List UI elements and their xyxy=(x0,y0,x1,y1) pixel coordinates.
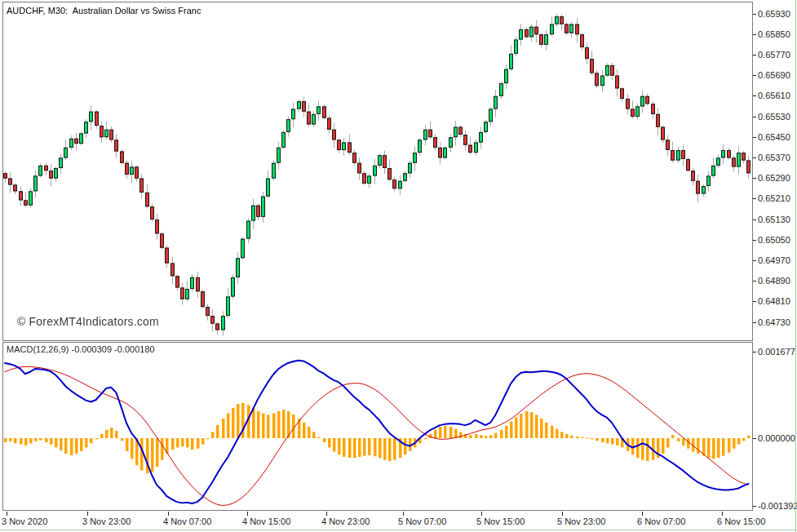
price-label: 0.64890 xyxy=(758,276,790,286)
time-axis[interactable]: 3 Nov 20203 Nov 23:004 Nov 07:004 Nov 15… xyxy=(0,511,797,529)
time-tick xyxy=(403,512,404,516)
price-tick xyxy=(753,260,756,261)
symbol-title: AUDCHF, M30: Australian Dollar vs Swiss … xyxy=(7,6,201,16)
price-label: 0.64970 xyxy=(758,255,790,265)
time-tick xyxy=(87,512,88,516)
macd-scale-tick xyxy=(753,506,756,507)
time-label: 4 Nov 15:00 xyxy=(242,516,290,526)
price-label: 0.65050 xyxy=(758,235,790,245)
price-tick xyxy=(753,240,756,241)
price-chart-canvas[interactable] xyxy=(3,2,752,340)
price-label: 0.65450 xyxy=(758,132,790,142)
watermark-text: © ForexMT4Indicators.com xyxy=(17,315,159,328)
macd-indicator-label: MACD(12,26,9) -0.000309 -0.000180 xyxy=(7,344,155,354)
time-tick xyxy=(326,512,327,516)
macd-scale-label: -0.001392 xyxy=(758,501,797,511)
macd-scale-tick xyxy=(753,438,756,439)
price-tick xyxy=(753,34,756,35)
chart-window: AUDCHF, M30: Australian Dollar vs Swiss … xyxy=(0,0,797,532)
price-label: 0.64730 xyxy=(758,317,790,327)
price-label: 0.65130 xyxy=(758,215,790,224)
macd-scale[interactable]: 0.0016770.000000-0.001392 xyxy=(753,342,797,511)
time-tick xyxy=(642,512,643,516)
macd-scale-tick xyxy=(753,352,756,352)
price-tick xyxy=(753,198,756,199)
macd-scale-label: 0.000000 xyxy=(758,433,795,443)
price-label: 0.65690 xyxy=(758,70,790,80)
time-tick xyxy=(168,512,169,516)
price-tick xyxy=(753,14,756,15)
time-tick xyxy=(562,512,563,516)
price-tick xyxy=(753,219,756,220)
price-tick xyxy=(753,322,756,323)
price-tick xyxy=(753,301,756,302)
price-tick xyxy=(753,55,756,55)
time-label: 4 Nov 07:00 xyxy=(163,516,211,526)
price-scale[interactable]: 0.659300.658500.657700.656900.656100.655… xyxy=(753,0,797,341)
price-label: 0.65530 xyxy=(758,112,790,122)
price-tick xyxy=(753,95,756,96)
price-label: 0.65930 xyxy=(758,9,790,19)
window-edge-bottom xyxy=(0,530,797,530)
time-tick xyxy=(7,512,7,516)
price-tick xyxy=(753,117,756,117)
time-label: 4 Nov 23:00 xyxy=(321,516,370,526)
window-edge-right xyxy=(795,0,796,532)
price-label: 0.65370 xyxy=(758,153,790,162)
price-label: 0.64810 xyxy=(758,296,790,306)
time-tick xyxy=(247,512,248,516)
price-label: 0.65770 xyxy=(758,50,790,60)
time-tick xyxy=(722,512,723,516)
time-label: 6 Nov 07:00 xyxy=(637,516,685,526)
price-tick xyxy=(753,75,756,76)
time-label: 3 Nov 23:00 xyxy=(82,516,131,526)
price-tick xyxy=(753,178,756,179)
price-label: 0.65210 xyxy=(758,193,790,203)
time-tick xyxy=(481,512,482,516)
price-tick xyxy=(753,137,756,138)
time-label: 5 Nov 07:00 xyxy=(398,516,446,526)
price-tick xyxy=(753,157,756,158)
time-label: 5 Nov 15:00 xyxy=(476,516,525,526)
time-label: 6 Nov 15:00 xyxy=(717,516,765,526)
price-label: 0.65610 xyxy=(758,91,790,100)
time-label: 5 Nov 23:00 xyxy=(557,516,605,526)
macd-scale-label: 0.001677 xyxy=(758,347,795,357)
price-chart-pane[interactable]: AUDCHF, M30: Australian Dollar vs Swiss … xyxy=(2,2,753,341)
price-label: 0.65850 xyxy=(758,29,790,39)
price-tick xyxy=(753,281,756,282)
macd-canvas[interactable] xyxy=(3,343,752,510)
time-label: 3 Nov 2020 xyxy=(2,516,47,526)
macd-indicator-pane[interactable]: MACD(12,26,9) -0.000309 -0.000180 xyxy=(2,342,753,511)
price-label: 0.65290 xyxy=(758,173,790,183)
